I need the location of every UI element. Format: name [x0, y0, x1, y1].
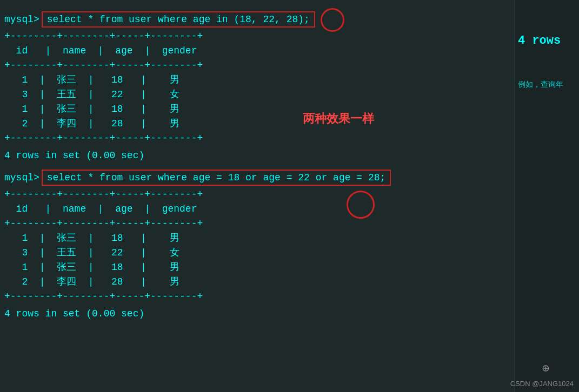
sep-pre-1b: +--------+--------+-----+--------+ [4, 58, 514, 73]
sep-pre-1a: +--------+--------+-----+--------+ [4, 29, 514, 44]
terminal-window: 4 rows 例如，查询年 mysql> select * from user … [0, 0, 579, 392]
result-text-1: 4 rows in set (0.00 sec) [4, 150, 144, 161]
sql-line-1: mysql> select * from user where age in (… [0, 10, 514, 29]
sep-2b: +--------+--------+-----+--------+ [0, 217, 514, 231]
prompt-2: mysql> [4, 172, 39, 183]
sep-pre-2c: +--------+--------+-----+--------+ [4, 289, 514, 304]
sep-2a: +--------+--------+-----+--------+ [0, 187, 514, 202]
rows-badge: 4 rows [518, 34, 561, 48]
prompt-1: mysql> [4, 14, 39, 25]
sql-box-2: select * from user where age = 18 or age… [42, 170, 391, 186]
sep-1a: +--------+--------+-----+--------+ [0, 29, 514, 44]
sql-text-2: select * from user where age = 18 or age… [47, 172, 386, 183]
csdn-label: CSDN @JANG1024 [510, 380, 574, 388]
right-note: 例如，查询年 [518, 80, 563, 90]
sql-text-1: select * from user where age in (18, 22,… [47, 14, 310, 25]
data-rows-1: 1 | 张三 | 18 | 男 3 | 王五 | 22 | 女 1 | 张三 |… [0, 73, 514, 131]
sep-pre-2b: +--------+--------+-----+--------+ [4, 217, 514, 231]
right-panel: 4 rows 例如，查询年 [514, 0, 579, 392]
sql-line-2: mysql> select * from user where age = 18… [0, 168, 514, 187]
data-rows-2: 1 | 张三 | 18 | 男 3 | 王五 | 22 | 女 1 | 张三 |… [0, 231, 514, 289]
sep-pre-2a: +--------+--------+-----+--------+ [4, 187, 514, 202]
sep-2c: +--------+--------+-----+--------+ [0, 289, 514, 304]
result-text-2: 4 rows in set (0.00 sec) [4, 308, 144, 319]
settings-icon: ⊕ [542, 361, 549, 376]
data-pre-1: 1 | 张三 | 18 | 男 3 | 王五 | 22 | 女 1 | 张三 |… [4, 73, 514, 131]
header-2: id | name | age | gender [0, 202, 514, 217]
annotation-text: 两种效果一样 [303, 111, 374, 127]
sep-1b: +--------+--------+-----+--------+ [0, 58, 514, 73]
query-block-2: mysql> select * from user where age = 18… [0, 168, 514, 322]
sep-1c: +--------+--------+-----+--------+ [0, 131, 514, 146]
header-pre-2: id | name | age | gender [4, 202, 514, 217]
data-pre-2: 1 | 张三 | 18 | 男 3 | 王五 | 22 | 女 1 | 张三 |… [4, 231, 514, 289]
query-block-1: mysql> select * from user where age in (… [0, 10, 514, 164]
sql-box-1: select * from user where age in (18, 22,… [42, 11, 315, 28]
header-pre-1: id | name | age | gender [4, 44, 514, 58]
header-1: id | name | age | gender [0, 44, 514, 58]
sep-pre-1c: +--------+--------+-----+--------+ [4, 131, 514, 146]
result-1: 4 rows in set (0.00 sec) [0, 148, 514, 164]
result-2: 4 rows in set (0.00 sec) [0, 306, 514, 322]
main-content: mysql> select * from user where age in (… [0, 5, 514, 322]
